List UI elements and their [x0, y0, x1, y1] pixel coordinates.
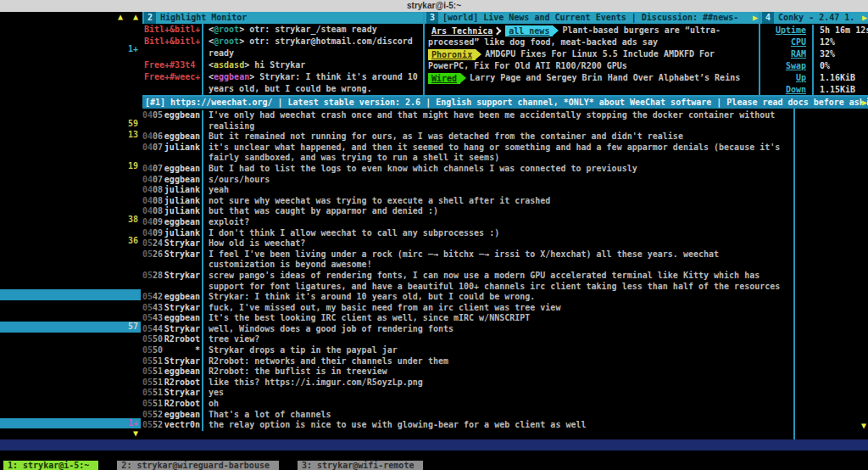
buffer-row[interactable]: 69.r3m	[0, 279, 141, 290]
buffer-row[interactable]: 51.##news	[0, 87, 141, 98]
nicklist-item[interactable]: _casey_	[798, 206, 868, 217]
nicklist-item[interactable]: @FlashCode	[798, 121, 868, 132]
buffer-row[interactable]: 64.#suricata	[0, 226, 141, 237]
nick: R2robot	[164, 399, 200, 410]
nicklist-item[interactable]: adsr	[798, 356, 868, 367]
nicklist-item[interactable]: Abdullah	[798, 260, 868, 271]
buffer-row[interactable]: 83.#ArduPilot/GeneralC▼ ▼	[0, 428, 141, 439]
message-text: tree view?	[209, 334, 259, 345]
buffer-hot-count: ▲ ▲	[118, 12, 138, 23]
buffer-row[interactable]: 76.#gnome-shell	[0, 354, 141, 365]
nicklist-item[interactable]: acidvegas	[798, 282, 868, 293]
buffer-row[interactable]: 57.#pothos	[0, 151, 141, 162]
buffer-row[interactable]: 44.#highaltitude ▲ ▲	[0, 12, 141, 23]
buffer-row[interactable]: 73.GIMPNet 57	[0, 322, 141, 333]
powerline-arrow-icon	[476, 49, 481, 59]
buffer-row[interactable]: 67.##weather-in	[0, 258, 141, 269]
nicklist-item[interactable]: _Heisenburg	[798, 228, 868, 239]
buffer-row[interactable]: 61.#signald	[0, 193, 141, 204]
buffer-row[interactable]: 53.#odroid	[0, 108, 141, 119]
buffer-row[interactable]: 45.#hnet-hackers	[0, 23, 141, 34]
nicklist-item[interactable]: agio	[798, 399, 868, 410]
chat-message-row: 0550 * Strykar drops a tip in the paypal…	[142, 345, 793, 356]
input-bar[interactable]: [#weechat][Strykar(Zi)]	[0, 450, 868, 461]
buffer-row[interactable]: 56.#openwrt-devel	[0, 140, 141, 151]
nicklist-item[interactable]: _flow_	[798, 217, 868, 228]
news-source-badge: Ars Technica	[428, 25, 502, 36]
highlight-line: Free+#33t4 <asdasd>hi Strykar	[142, 59, 423, 71]
buffer-row[interactable]: 46.#linode	[0, 33, 141, 44]
nicklist-item[interactable]: @ChanServ	[798, 110, 868, 121]
buffer-row[interactable]: 71.#am-announce	[0, 300, 141, 311]
nicklist-item[interactable]: acrocity	[798, 324, 868, 335]
tmux-window-tab[interactable]: 2: strykar@wireguard-barbouse	[117, 461, 279, 470]
stat-value: 1.16KiB	[820, 72, 855, 84]
nicklist-item[interactable]: Agafnd	[798, 388, 868, 399]
buffer-row[interactable]: 60.##sdrplay	[0, 183, 141, 194]
nicklist-item[interactable]: ahills	[798, 410, 868, 421]
nicklist-item[interactable]: +weebot	[798, 153, 868, 164]
buffer-row[interactable]: 49.#mosh	[0, 65, 141, 76]
nicklist-item[interactable]: _abel	[798, 196, 868, 207]
buffer-row[interactable]: 74.#evolution	[0, 333, 141, 344]
buffer-row[interactable]: >>#weechat	[0, 268, 141, 279]
buffer-row[interactable]: 70.GameSurge	[0, 289, 141, 300]
buffer-row[interactable]: 75.#gdm	[0, 343, 141, 354]
nicklist-item[interactable]: @nils_2	[798, 143, 868, 154]
message-url[interactable]: https://i.imgur.com/R5oyzLp.png	[264, 378, 423, 387]
buffer-hot-count: 19	[128, 161, 138, 172]
top-pane-row: 2Highlight Monitor Bitl+&bitl+ <@root>ot…	[142, 12, 868, 97]
nick: *	[164, 345, 200, 356]
buffer-row[interactable]: 82.Gitter 1+	[0, 418, 141, 429]
buffer-row[interactable]: 50.#netdata	[0, 76, 141, 87]
timestamp: 0543	[142, 313, 164, 324]
chat-message-row: 0526 Strykar I feel I've been living und…	[142, 249, 793, 260]
pane-conky: 4Conky - 2.47 1. ▶ Uptime 5h 16m 12s CPU…	[760, 12, 868, 95]
nicklist-scroll-indicator[interactable]: ▼	[861, 421, 866, 430]
buffer-row[interactable]: 78.#keyring	[0, 375, 141, 386]
nicklist-item[interactable]: ablackack	[798, 271, 868, 282]
buffer-row[interactable]: 63.#steamdb 38	[0, 215, 141, 226]
buffer-row[interactable]: 47.##linux 1+	[0, 44, 141, 55]
nicklist-item[interactable]: aclaivi	[798, 292, 868, 303]
buffer-row[interactable]: 77.#GSConnect	[0, 365, 141, 376]
separator-line	[812, 36, 814, 48]
separator-line	[812, 72, 814, 84]
buffer-row[interactable]: 81.#usage	[0, 407, 141, 418]
powerline-arrow-icon	[460, 73, 466, 83]
buffer-row[interactable]: 48.##linux-hardened	[0, 54, 141, 65]
nicklist-item[interactable]: a-l-f	[798, 249, 868, 260]
buffer-row[interactable]: 54.#opensourcemusician+ 59	[0, 119, 141, 130]
buffer-row[interactable]: 66.##weather	[0, 247, 141, 258]
nicklist-item[interactable]: acro	[798, 313, 868, 324]
highlight-source	[142, 48, 200, 59]
chat-message-row: 0551 Strykar yes	[142, 388, 793, 399]
buffer-row[interactable]: 52.#ntp	[0, 98, 141, 109]
buffer-row[interactable]: 72.#SourceMod	[0, 311, 141, 322]
nicklist-item[interactable]: Acou_Bass	[798, 303, 868, 314]
separator-line	[202, 356, 203, 367]
buffer-row[interactable]: 59.#satnogs	[0, 172, 141, 183]
buffer-row[interactable]: 79.#nautilus	[0, 386, 141, 397]
buffer-row[interactable]: 62.#smokeping	[0, 204, 141, 215]
nicklist-item[interactable]: aeiro	[798, 366, 868, 378]
message-text: otr: strykar@hotmail.com/discord	[249, 36, 413, 46]
separator-line	[202, 217, 203, 228]
tmux-window-tab[interactable]: 3: strykar@wifi-remote	[298, 461, 423, 470]
buffer-row[interactable]: 80.#tweak-tool	[0, 396, 141, 407]
nicklist-item[interactable]: ada_	[798, 345, 868, 356]
buffer-row[interactable]: 65.##ubnt 36	[0, 236, 141, 247]
nicklist-item[interactable]: Ai9zO5AP	[798, 420, 868, 431]
buffer-row[interactable]: 55.#openwrt 13	[0, 130, 141, 141]
nicklist-item[interactable]: \\Mr_C\\	[798, 175, 868, 186]
nick	[164, 282, 200, 293]
nicklist-item[interactable]: [dalek]	[798, 164, 868, 175]
nicklist-item[interactable]: afk	[798, 378, 868, 389]
nicklist-item[interactable]: \malex\	[798, 185, 868, 196]
buffer-row[interactable]: 58.##rtlsdr 19	[0, 161, 141, 172]
nicklist-item[interactable]: _Warl0ck	[798, 238, 868, 249]
news-feed-badge: all news	[505, 25, 559, 36]
nicklist-item[interactable]: @kolter	[798, 131, 868, 143]
nicklist-item[interactable]: ada	[798, 334, 868, 345]
tmux-window-tab[interactable]: 1: strykar@i-5:~	[3, 461, 98, 470]
